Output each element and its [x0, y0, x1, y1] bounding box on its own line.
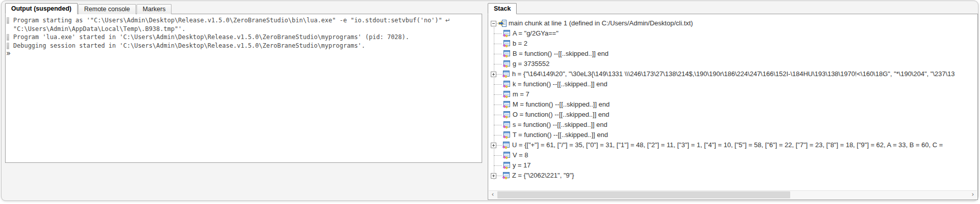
tree-connector-line — [494, 64, 502, 64]
bottom-notebook: Output (suspended)Remote consoleMarkers … — [5, 3, 482, 163]
scroll-left-arrow-icon[interactable]: ‹ — [489, 191, 497, 199]
scrollbar-thumb[interactable] — [497, 191, 790, 198]
variable-value-label: s = function() --[[..skipped..]] end — [513, 120, 607, 130]
tree-connector-line — [494, 135, 502, 135]
stack-variable-row[interactable]: h = {"\164\149\20", "\30eL3{\149\1331 \\… — [488, 69, 977, 79]
output-line-text: Program 'lua.exe' started in 'C:\Users\A… — [13, 33, 409, 42]
ide-window: Output (suspended)Remote consoleMarkers … — [1, 1, 978, 201]
tab-stack[interactable]: Stack — [488, 3, 517, 14]
variable-value-label: Z = {"\2062\221", "9"} — [512, 171, 574, 181]
variable-icon — [502, 172, 510, 180]
stack-variable-row[interactable]: b = 2 — [488, 39, 977, 49]
variable-value-label: U = {["+"] = 61, ["/"] = 35, ["0"] = 31,… — [512, 140, 944, 150]
output-line: Program 'lua.exe' started in 'C:\Users\A… — [7, 33, 481, 42]
variable-value-label: k = function() --[[..skipped..]] end — [513, 79, 607, 89]
tree-connector-line — [494, 165, 502, 166]
output-line: Debugging session started in 'C:\Users\A… — [7, 42, 481, 50]
variable-value-label: g = 3735552 — [513, 59, 550, 69]
stack-variable-row[interactable]: V = 8 — [488, 150, 977, 160]
variable-value-label: B = function() --[[..skipped..]] end — [513, 49, 609, 59]
stack-variable-row[interactable]: U = {["+"] = 61, ["/"] = 35, ["0"] = 31,… — [488, 140, 977, 150]
expand-icon[interactable] — [491, 143, 496, 148]
stack-frame-row[interactable]: main chunk at line 1 (defined in C:/User… — [488, 18, 977, 28]
expand-icon[interactable] — [491, 72, 496, 77]
variable-icon — [502, 111, 511, 119]
stack-variable-row[interactable]: k = function() --[[..skipped..]] end — [488, 79, 977, 89]
variable-value-label: V = 8 — [513, 150, 528, 160]
collapse-icon[interactable] — [491, 21, 496, 26]
variable-value-label: y = 17 — [513, 160, 531, 171]
output-line: Program starting as '"C:\Users\Admin\Des… — [7, 16, 481, 25]
variable-icon — [502, 100, 511, 109]
output-text-area: Program starting as '"C:\Users\Admin\Des… — [6, 14, 482, 50]
variable-value-label: m = 7 — [513, 89, 529, 99]
tree-connector-line — [494, 84, 502, 85]
stack-variable-row[interactable]: m = 7 — [488, 89, 977, 99]
line-marker-icon — [7, 43, 9, 49]
variable-icon — [502, 90, 511, 98]
stack-variable-row[interactable]: B = function() --[[..skipped..]] end — [488, 49, 977, 59]
output-console[interactable]: Program starting as '"C:\Users\Admin\Des… — [5, 14, 482, 163]
stack-variable-row[interactable]: O = function() --[[..skipped..]] end — [488, 110, 977, 120]
stack-tree[interactable]: main chunk at line 1 (defined in C:/User… — [488, 14, 978, 200]
variable-icon — [502, 121, 511, 129]
tree-connector-line — [494, 155, 502, 156]
stack-variable-row[interactable]: s = function() --[[..skipped..]] end — [488, 120, 977, 130]
variable-icon — [502, 131, 511, 139]
variable-value-label: h = {"\164\149\20", "\30eL3{\149\1331 \\… — [512, 69, 955, 79]
variable-value-label: M = function() --[[..skipped..]] end — [513, 99, 610, 110]
variable-icon — [502, 80, 511, 88]
stack-variable-row[interactable]: y = 17 — [488, 160, 977, 171]
stack-variable-row[interactable]: A = "g/2GYa==" — [488, 28, 977, 39]
line-marker-icon — [7, 17, 9, 24]
stack-pane: Stack main chunk at line 1 (defined in C… — [488, 3, 978, 200]
tree-connector-line — [494, 33, 502, 34]
console-prompt[interactable]: » — [6, 50, 482, 58]
expand-icon[interactable] — [491, 173, 496, 179]
tree-connector-line — [494, 115, 502, 115]
variable-icon — [502, 60, 511, 68]
output-line-text: Debugging session started in 'C:\Users\A… — [13, 42, 365, 50]
variable-icon — [502, 29, 511, 38]
stack-tabbar: Stack — [488, 3, 978, 14]
stack-variable-row[interactable]: T = function() --[[..skipped..]] end — [488, 130, 977, 140]
tab-output-suspended[interactable]: Output (suspended) — [5, 3, 78, 14]
variable-icon — [502, 70, 510, 78]
tab-markers[interactable]: Markers — [137, 4, 172, 14]
stack-variable-row[interactable]: Z = {"\2062\221", "9"} — [488, 171, 977, 181]
stack-frame-icon — [498, 19, 506, 27]
variable-icon — [502, 141, 510, 149]
tab-remote-console[interactable]: Remote console — [78, 4, 136, 14]
stack-hscrollbar[interactable]: ‹ › — [489, 190, 977, 199]
variable-value-label: T = function() --[[..skipped..]] end — [513, 130, 608, 140]
scroll-right-arrow-icon[interactable]: › — [969, 191, 977, 199]
tree-connector-line — [494, 54, 502, 54]
variable-value-label: O = function() --[[..skipped..]] end — [513, 110, 609, 120]
tree-connector-line — [494, 44, 502, 44]
variable-icon — [502, 50, 511, 58]
variable-icon — [502, 40, 511, 48]
variable-icon — [502, 151, 511, 159]
output-line-text: Program starting as '"C:\Users\Admin\Des… — [13, 16, 442, 25]
output-tabbar: Output (suspended)Remote consoleMarkers — [5, 3, 482, 14]
stack-rows: main chunk at line 1 (defined in C:/User… — [488, 14, 977, 190]
line-marker-icon — [7, 34, 9, 41]
tree-connector-line — [494, 94, 502, 95]
stack-variable-row[interactable]: M = function() --[[..skipped..]] end — [488, 99, 977, 110]
line-wrap-icon: ↵ — [445, 16, 450, 25]
tree-connector-line — [494, 125, 502, 125]
stack-variable-row[interactable]: g = 3735552 — [488, 59, 977, 69]
variable-value-label: A = "g/2GYa==" — [513, 28, 558, 39]
tree-connector-line — [494, 105, 502, 105]
output-line-text: "C:\Users\Admin\AppData\Local\Temp\.B938… — [13, 25, 186, 33]
variable-icon — [502, 161, 511, 169]
stack-frame-label: main chunk at line 1 (defined in C:/User… — [509, 18, 693, 28]
variable-value-label: b = 2 — [513, 39, 527, 49]
output-line: "C:\Users\Admin\AppData\Local\Temp\.B938… — [7, 25, 481, 33]
